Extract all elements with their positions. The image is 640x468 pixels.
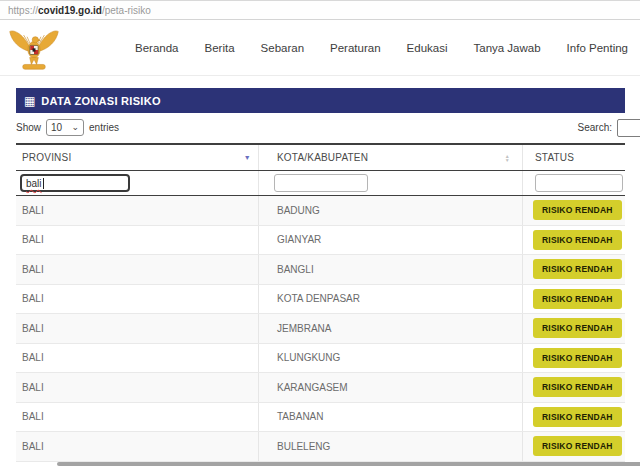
status-badge[interactable]: RISIKO RENDAH bbox=[533, 348, 622, 368]
site-header: Beranda Berita Sebaran Peraturan Edukasi… bbox=[0, 20, 640, 76]
provinsi-filter-input[interactable]: bali bbox=[20, 174, 130, 192]
sort-both-icon[interactable]: ▲▼ bbox=[505, 154, 510, 162]
search-input[interactable] bbox=[617, 119, 640, 137]
table-controls: Show 10 ⌄ entries Search: bbox=[16, 114, 625, 141]
cell-kota-kabupaten: BULELENG bbox=[259, 432, 523, 461]
table-header-row: PROVINSI ▼ KOTA/KABUPATEN ▲▼ STATUS bbox=[16, 145, 625, 171]
cell-status: RISIKO RENDAH bbox=[523, 255, 625, 284]
table-row: BALIKARANGASEMRISIKO RENDAH bbox=[16, 373, 625, 403]
cell-provinsi: BALI bbox=[16, 226, 259, 255]
status-badge[interactable]: RISIKO RENDAH bbox=[533, 318, 622, 338]
cell-status: RISIKO RENDAH bbox=[523, 373, 625, 402]
search-label: Search: bbox=[578, 122, 612, 133]
table-row: BALIBULELENGRISIKO RENDAH bbox=[16, 432, 625, 462]
status-badge[interactable]: RISIKO RENDAH bbox=[533, 436, 622, 456]
status-badge[interactable]: RISIKO RENDAH bbox=[533, 230, 622, 250]
nav-item-peraturan[interactable]: Peraturan bbox=[330, 42, 381, 54]
cell-provinsi: BALI bbox=[16, 403, 259, 432]
cell-kota-kabupaten: KOTA DENPASAR bbox=[259, 285, 523, 314]
cell-provinsi: BALI bbox=[16, 314, 259, 343]
table-body: BALIBADUNGRISIKO RENDAHBALIGIANYARRISIKO… bbox=[16, 196, 625, 462]
column-header-status[interactable]: STATUS bbox=[523, 145, 625, 170]
status-badge[interactable]: RISIKO RENDAH bbox=[533, 377, 622, 397]
cell-status: RISIKO RENDAH bbox=[523, 226, 625, 255]
cell-kota-kabupaten: TABANAN bbox=[259, 403, 523, 432]
page-size-value: 10 bbox=[51, 122, 62, 133]
entries-label: entries bbox=[89, 122, 119, 133]
cell-status: RISIKO RENDAH bbox=[523, 432, 625, 461]
table-filter-row: bali bbox=[16, 171, 625, 196]
nav-item-info-penting[interactable]: Info Penting bbox=[567, 42, 628, 54]
table-row: BALIGIANYARRISIKO RENDAH bbox=[16, 226, 625, 256]
cell-provinsi: BALI bbox=[16, 344, 259, 373]
chevron-down-icon: ⌄ bbox=[71, 125, 79, 130]
text-caret bbox=[43, 178, 44, 189]
table-row: BALIKLUNGKUNGRISIKO RENDAH bbox=[16, 344, 625, 374]
section-banner: ▦ DATA ZONASI RISIKO bbox=[16, 88, 625, 113]
cell-status: RISIKO RENDAH bbox=[523, 403, 625, 432]
kota-filter-input[interactable] bbox=[274, 174, 368, 192]
table-row: BALITABANANRISIKO RENDAH bbox=[16, 403, 625, 433]
cell-provinsi: BALI bbox=[16, 432, 259, 461]
cell-status: RISIKO RENDAH bbox=[523, 196, 625, 225]
cell-provinsi: BALI bbox=[16, 285, 259, 314]
nav-item-tanya-jawab[interactable]: Tanya Jawab bbox=[473, 42, 540, 54]
nav-item-edukasi[interactable]: Edukasi bbox=[407, 42, 448, 54]
page-url: https://covid19.go.id/peta-risiko bbox=[8, 5, 151, 16]
nav-item-berita[interactable]: Berita bbox=[205, 42, 235, 54]
sort-desc-icon[interactable]: ▼ bbox=[244, 154, 251, 161]
section-title: DATA ZONASI RISIKO bbox=[41, 95, 160, 107]
cell-kota-kabupaten: JEMBRANA bbox=[259, 314, 523, 343]
status-badge[interactable]: RISIKO RENDAH bbox=[533, 289, 622, 309]
cell-kota-kabupaten: KLUNGKUNG bbox=[259, 344, 523, 373]
column-header-provinsi[interactable]: PROVINSI ▼ bbox=[16, 145, 259, 170]
cell-provinsi: BALI bbox=[16, 255, 259, 284]
show-label: Show bbox=[16, 122, 41, 133]
cell-kota-kabupaten: GIANYAR bbox=[259, 226, 523, 255]
cell-status: RISIKO RENDAH bbox=[523, 344, 625, 373]
cell-kota-kabupaten: BANGLI bbox=[259, 255, 523, 284]
cell-status: RISIKO RENDAH bbox=[523, 314, 625, 343]
cell-provinsi: BALI bbox=[16, 196, 259, 225]
risk-zone-table: PROVINSI ▼ KOTA/KABUPATEN ▲▼ STATUS bali bbox=[16, 143, 625, 462]
garuda-pancasila-logo bbox=[8, 23, 60, 77]
status-badge[interactable]: RISIKO RENDAH bbox=[533, 200, 622, 220]
search-control: Search: bbox=[578, 119, 640, 137]
status-filter-input[interactable] bbox=[535, 174, 623, 192]
table-row: BALIJEMBRANARISIKO RENDAH bbox=[16, 314, 625, 344]
table-row: BALIBANGLIRISIKO RENDAH bbox=[16, 255, 625, 285]
footer-divider-bar bbox=[57, 462, 640, 466]
cell-kota-kabupaten: BADUNG bbox=[259, 196, 523, 225]
status-badge[interactable]: RISIKO RENDAH bbox=[533, 407, 622, 427]
nav-item-beranda[interactable]: Beranda bbox=[135, 42, 178, 54]
status-badge[interactable]: RISIKO RENDAH bbox=[533, 259, 622, 279]
page: https://covid19.go.id/peta-risiko Berand… bbox=[0, 0, 640, 468]
show-entries-control: Show 10 ⌄ entries bbox=[16, 119, 119, 136]
nav-item-sebaran[interactable]: Sebaran bbox=[261, 42, 304, 54]
browser-url-bar[interactable]: https://covid19.go.id/peta-risiko bbox=[0, 0, 640, 20]
table-row: BALIBADUNGRISIKO RENDAH bbox=[16, 196, 625, 226]
table-row: BALIKOTA DENPASARRISIKO RENDAH bbox=[16, 285, 625, 315]
page-size-select[interactable]: 10 ⌄ bbox=[46, 119, 84, 136]
cell-status: RISIKO RENDAH bbox=[523, 285, 625, 314]
cell-kota-kabupaten: KARANGASEM bbox=[259, 373, 523, 402]
main-content: ▦ DATA ZONASI RISIKO Show 10 ⌄ entries S… bbox=[0, 76, 640, 462]
column-header-kota-kabupaten[interactable]: KOTA/KABUPATEN ▲▼ bbox=[259, 145, 523, 170]
main-nav: Beranda Berita Sebaran Peraturan Edukasi… bbox=[135, 20, 628, 75]
table-grid-icon: ▦ bbox=[24, 95, 35, 107]
cell-provinsi: BALI bbox=[16, 373, 259, 402]
